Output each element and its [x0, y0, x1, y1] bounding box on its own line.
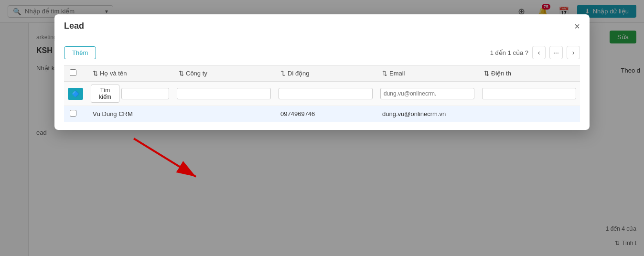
search-ho-va-ten-cell[interactable]: Tìm kiếm — [87, 82, 173, 106]
header-cong-ty[interactable]: ⇅ Công ty — [173, 65, 275, 82]
sort-dien-thoai[interactable]: ⇅ Điện th — [484, 70, 574, 77]
row-email: dung.vu@onlinecrm.vn — [376, 106, 478, 122]
search-email-cell[interactable] — [376, 82, 478, 106]
label-dien-thoai: Điện th — [491, 70, 511, 77]
header-checkbox-cell — [64, 65, 87, 82]
close-button[interactable]: × — [574, 21, 580, 31]
sort-icon-di-dong: ⇅ — [280, 70, 286, 77]
pagination-controls: 1 đến 1 của ? ‹ ··· › — [490, 46, 580, 59]
search-company-input[interactable] — [177, 88, 271, 99]
lead-table: ⇅ Họ và tên ⇅ Công ty ⇅ Di động — [64, 65, 580, 122]
modal-toolbar: Thêm 1 đến 1 của ? ‹ ··· › — [64, 46, 580, 59]
sort-cong-ty[interactable]: ⇅ Công ty — [179, 70, 269, 77]
search-icon-button[interactable]: 🔷 — [68, 88, 83, 100]
tim-kiem-button[interactable]: Tìm kiếm — [91, 85, 119, 103]
row-cong-ty — [173, 106, 275, 122]
modal-header: Lead × — [54, 14, 590, 38]
add-lead-button[interactable]: Thêm — [64, 46, 96, 59]
header-ho-va-ten[interactable]: ⇅ Họ và tên — [87, 65, 173, 82]
search-email-input[interactable] — [380, 88, 474, 99]
search-diamond-icon: 🔷 — [72, 90, 79, 97]
modal-title: Lead — [64, 21, 84, 31]
search-cong-ty-cell[interactable] — [173, 82, 275, 106]
search-di-dong-cell[interactable] — [275, 82, 376, 106]
prev-page-button[interactable]: ‹ — [532, 46, 546, 59]
sort-email[interactable]: ⇅ Email — [382, 70, 472, 77]
more-options-button[interactable]: ··· — [549, 46, 563, 59]
search-phone-input[interactable] — [279, 88, 373, 99]
row-dien-thoai — [478, 106, 580, 122]
search-dien-thoai-cell[interactable] — [478, 82, 580, 106]
sort-icon-dien-thoai: ⇅ — [484, 70, 489, 77]
search-name-input[interactable] — [121, 88, 169, 99]
sort-icon-email: ⇅ — [382, 70, 387, 77]
label-email: Email — [389, 70, 405, 77]
row-ho-va-ten: Vũ Dũng CRM — [87, 106, 173, 122]
next-page-button[interactable]: › — [567, 46, 580, 59]
modal-body: Thêm 1 đến 1 của ? ‹ ··· › ⇅ Họ và — [54, 38, 590, 130]
row-checkbox[interactable] — [70, 110, 76, 117]
header-dien-thoai[interactable]: ⇅ Điện th — [478, 65, 580, 82]
table-header-row: ⇅ Họ và tên ⇅ Công ty ⇅ Di động — [64, 65, 580, 82]
sort-ho-va-ten[interactable]: ⇅ Họ và tên — [93, 70, 167, 77]
sort-icon-cong-ty: ⇅ — [179, 70, 184, 77]
select-all-checkbox[interactable] — [70, 69, 76, 76]
pagination-text: 1 đến 1 của ? — [490, 49, 528, 56]
tim-kiem-label: Tìm kiếm — [99, 87, 111, 100]
lead-modal: Lead × Thêm 1 đến 1 của ? ‹ ··· › — [54, 14, 590, 130]
label-di-dong: Di động — [288, 70, 310, 77]
label-ho-va-ten: Họ và tên — [100, 70, 127, 77]
header-di-dong[interactable]: ⇅ Di động — [275, 65, 376, 82]
search-alt-phone-input[interactable] — [482, 88, 576, 99]
row-checkbox-cell[interactable] — [64, 106, 87, 122]
sort-di-dong[interactable]: ⇅ Di động — [280, 70, 371, 77]
search-row: 🔷 Tìm kiếm — [64, 82, 580, 106]
label-cong-ty: Công ty — [186, 70, 207, 77]
search-row-icon-cell: 🔷 — [64, 82, 87, 106]
header-email[interactable]: ⇅ Email — [376, 65, 478, 82]
row-di-dong: 0974969746 — [275, 106, 376, 122]
table-row[interactable]: Vũ Dũng CRM 0974969746 dung.vu@onlinecrm… — [64, 106, 580, 122]
sort-icon-ho-va-ten: ⇅ — [93, 70, 98, 77]
